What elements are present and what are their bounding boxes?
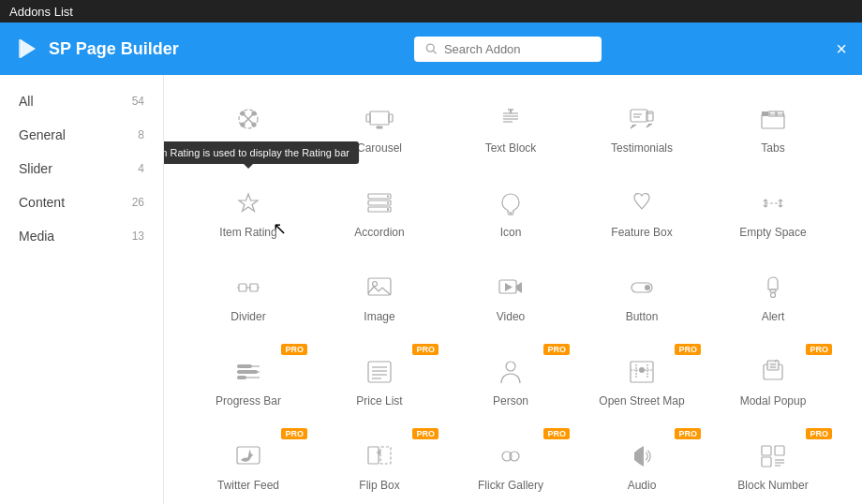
svg-marker-50 [516, 282, 522, 293]
addon-audio[interactable]: PRO Audio [576, 422, 707, 504]
modal-header: SP Page Builder × [0, 22, 862, 75]
modal: SP Page Builder × All54General8Slider4Co… [0, 22, 862, 504]
sidebar-count: 13 [132, 230, 144, 243]
sidebar-item-content[interactable]: Content26 [0, 185, 163, 219]
addon-image[interactable]: Image [314, 253, 445, 337]
featurebox-label: Feature Box [611, 226, 672, 239]
addon-flip-box[interactable]: PRO Flip Box [314, 422, 445, 504]
icon-label: Icon [500, 226, 522, 239]
svg-point-8 [252, 123, 256, 126]
search-box[interactable] [414, 37, 602, 62]
flipbox-label: Flip Box [359, 479, 399, 492]
svg-point-5 [241, 111, 245, 115]
alert-icon [756, 271, 790, 304]
brand-icon [15, 36, 41, 62]
addon-progress-bar[interactable]: PRO Progress Bar [183, 337, 314, 422]
image-label: Image [364, 310, 394, 323]
addon-twitter-feed[interactable]: PRO Twitter Feed [183, 422, 314, 504]
sidebar-label: Media [19, 229, 54, 244]
svg-point-6 [252, 111, 256, 115]
flipbox-icon [363, 439, 396, 473]
addon-button[interactable]: Button [576, 253, 707, 337]
streetmap-icon [625, 355, 659, 389]
progressbar-label: Progress Bar [216, 394, 281, 408]
svg-rect-75 [237, 447, 260, 464]
addon-block-number[interactable]: PRO Block Number [707, 422, 839, 504]
svg-rect-61 [237, 376, 246, 379]
sidebar-count: 8 [138, 128, 144, 141]
addon-icon[interactable]: Icon [445, 169, 576, 253]
sidebar-item-media[interactable]: Media13 [0, 219, 163, 253]
sidebar-item-slider[interactable]: Slider4 [0, 152, 163, 185]
video-icon [494, 271, 528, 304]
sidebar-count: 4 [138, 162, 144, 175]
addon-modal-popup[interactable]: PRO Modal Popup [707, 337, 839, 422]
streetmap-label: Open Street Map [599, 394, 684, 408]
sidebar-count: 26 [132, 196, 144, 209]
flickr-icon [494, 439, 528, 473]
svg-rect-42 [239, 284, 246, 291]
search-input[interactable] [444, 42, 590, 56]
featurebox-icon [625, 186, 659, 220]
addon-flickr-gallery[interactable]: PRO Flickr Gallery [445, 422, 576, 504]
pro-badge-twitter: PRO [281, 428, 307, 439]
carousel-icon [363, 102, 396, 136]
itemrating-label: Item Rating [219, 226, 276, 239]
svg-rect-77 [380, 447, 391, 464]
addon-accordion[interactable]: Accordion [314, 169, 445, 253]
addon-item-rating[interactable]: Item Rating is used to display the Ratin… [183, 169, 314, 253]
addon-feature-box[interactable]: Feature Box [576, 169, 707, 253]
addon-testimonials[interactable]: Testimonials [576, 84, 707, 169]
addon-divider[interactable]: Divider [183, 253, 314, 337]
sidebar-label: Slider [19, 161, 52, 176]
svg-point-7 [241, 123, 245, 126]
addon-open-street-map[interactable]: PRO Open Street Map [576, 337, 707, 422]
addon-empty-space[interactable]: Empty Space [707, 169, 839, 253]
addon-text-block[interactable]: Text Block [445, 84, 576, 169]
svg-point-55 [771, 293, 776, 298]
sidebar-item-all[interactable]: All54 [0, 84, 163, 118]
svg-rect-57 [237, 364, 252, 368]
sidebar-label: General [19, 127, 66, 142]
addon-alert[interactable]: Alert [707, 253, 839, 337]
svg-marker-0 [21, 39, 36, 58]
svg-line-3 [433, 51, 436, 53]
twitter-icon [231, 439, 265, 473]
addon-row-4: PRO Progress Bar PRO [183, 337, 843, 422]
testimonials-label: Testimonials [611, 141, 673, 155]
progressbar-icon [231, 355, 265, 389]
svg-rect-76 [368, 447, 379, 464]
pro-badge-flipbox: PRO [412, 428, 438, 439]
svg-rect-11 [389, 114, 393, 122]
modalpopup-label: Modal Popup [740, 394, 807, 408]
modalpopup-icon [756, 355, 790, 389]
alert-label: Alert [762, 310, 785, 323]
blocknumber-label: Block Number [737, 479, 808, 492]
title-text: Addons List [9, 5, 73, 19]
addon-row-2: Item Rating is used to display the Ratin… [183, 169, 843, 253]
addon-person[interactable]: PRO Person [445, 337, 576, 422]
itemrating-icon [231, 186, 265, 220]
accordion-label: Accordion [354, 226, 404, 239]
addon-joomla-module[interactable]: Joomla Module [183, 84, 314, 169]
tabs-icon [756, 102, 790, 136]
close-button[interactable]: × [836, 39, 847, 58]
pro-badge-blocknumber: PRO [806, 428, 832, 439]
svg-rect-43 [250, 284, 258, 291]
addon-carousel[interactable]: Carousel [314, 84, 445, 169]
addon-video[interactable]: Video [445, 253, 576, 337]
sidebar-label: All [19, 94, 34, 109]
emptyspace-label: Empty Space [739, 226, 806, 239]
addon-tabs[interactable]: Tabs [707, 84, 839, 169]
brand: SP Page Builder [15, 36, 179, 62]
addon-price-list[interactable]: PRO Price List [314, 337, 445, 422]
joomla-label: Joomla Module [210, 141, 286, 155]
pro-badge-map: PRO [675, 344, 701, 355]
sidebar-item-general[interactable]: General8 [0, 118, 163, 152]
pro-badge-modal: PRO [806, 344, 832, 355]
svg-point-48 [373, 282, 378, 287]
svg-rect-20 [631, 110, 647, 122]
svg-rect-54 [770, 289, 776, 292]
addon-row-3: Divider Image [183, 253, 843, 337]
svg-rect-9 [370, 111, 389, 125]
